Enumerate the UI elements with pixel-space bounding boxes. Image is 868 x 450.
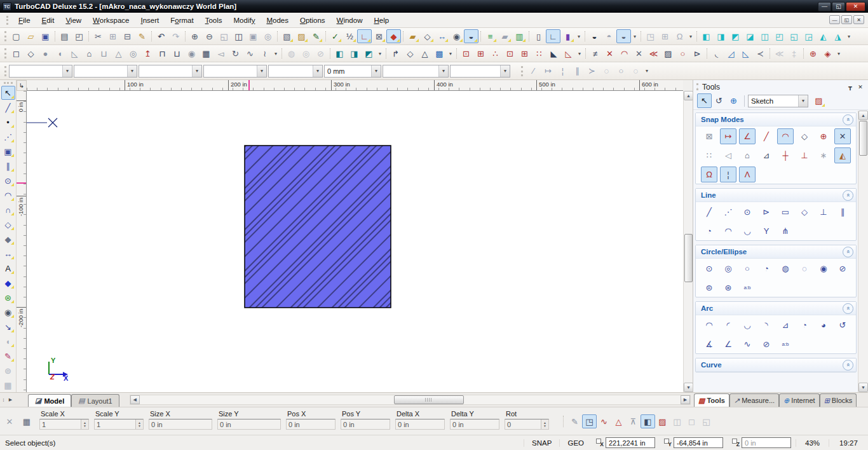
toolbar-button[interactable]: ⊞ [658,29,672,43]
toolbar-button[interactable]: ⊞ [473,46,488,60]
toolbar-button[interactable]: ▣ [246,29,261,43]
ruler-origin-button[interactable]: ↳ [17,80,27,91]
circle-tool-button[interactable]: ◍ [777,261,794,276]
property-combo[interactable]: ▾ [450,65,510,78]
palette-tool-button[interactable]: ⊕ [726,93,741,108]
inspector-input[interactable]: 0 in ▲▼ [217,419,281,430]
toolbar-button[interactable]: ∷ [532,46,546,60]
node-edit-button[interactable]: ◌ [599,64,614,78]
toolbar-button[interactable]: ▥ [512,29,527,43]
mdi-window-button[interactable]: — [829,15,840,24]
restore-button[interactable]: ◱ [832,2,845,11]
toolbar-button[interactable]: ⊔ [97,46,111,60]
menu-item[interactable]: File [13,15,36,26]
toolbar-button[interactable]: ◭ [816,29,831,43]
toolbar-button[interactable]: ✕ [632,46,646,60]
scroll-thumb[interactable] [859,121,867,156]
scroll-thumb[interactable] [394,395,464,404]
tab-scroll-icon[interactable]: ▶ [7,395,14,405]
scroll-left-icon[interactable]: ◀ [130,395,140,404]
toolbar-button[interactable]: ◰ [72,29,86,43]
node-edit-button[interactable]: ↦ [541,64,555,78]
menu-item[interactable]: Window [331,15,369,26]
toolbar-button[interactable] [801,46,806,60]
snap-mode-button[interactable]: ◁ [720,147,736,163]
line-tool-button[interactable]: ∥ [834,204,851,220]
node-edit-button[interactable]: ◌ [628,64,643,78]
combo-arrow-icon[interactable]: ▾ [313,65,322,77]
toolbar-button[interactable]: ◱ [787,29,801,43]
menu-item[interactable]: Modify [228,15,261,26]
toolbar-button[interactable]: ◧ [699,29,714,43]
property-combo[interactable]: ▾ [203,65,267,78]
toolbar-button[interactable]: ▯ [531,29,546,43]
toolbar-button[interactable]: ◧ [332,46,347,60]
toolbar-button[interactable]: ▮ [560,29,575,43]
toolbar-button[interactable]: ▢ [9,29,24,43]
toolbar-button[interactable]: ◟ [709,46,724,60]
toolbar-button[interactable]: ↥ [140,46,155,60]
line-tool-button[interactable]: ⊙ [739,204,756,220]
combo-arrow-icon[interactable]: ▾ [371,65,381,77]
toolbar-button[interactable]: ◫ [757,29,772,43]
toolbar-button[interactable] [86,29,91,43]
line-tool-button[interactable]: ▭ [777,204,794,220]
toolbar-button[interactable]: ⊡ [503,46,517,60]
drawing-tool-button[interactable]: ▣ [1,144,15,158]
spinner-control[interactable]: ▲▼ [135,419,143,429]
drawing-tool-button[interactable]: ↘ [1,320,15,334]
palette-tool-button[interactable]: ↺ [712,93,726,108]
collapse-chevron-icon[interactable]: « [843,360,853,371]
toolbar-button[interactable]: ◍ [284,46,299,60]
inspector-input[interactable]: 0 in ▲▼ [149,419,212,430]
toolbar-button[interactable]: ◒ [587,29,602,43]
inspector-tool-button[interactable]: ◱ [699,414,714,428]
node-edit-button[interactable]: ▾ [643,64,651,78]
scroll-right-icon[interactable]: ▶ [681,395,690,404]
toolbar-button[interactable] [53,29,57,43]
snap-mode-button[interactable]: ◭ [834,147,851,163]
snap-mode-button[interactable]: ↦ [720,128,736,144]
toolbar-button[interactable]: ⊡ [459,46,473,60]
arc-tool-button[interactable]: ◝ [758,317,775,333]
toolbar-button[interactable] [583,46,588,60]
pin-icon[interactable]: ┳ [845,83,855,92]
toolbar-button[interactable]: ◫ [231,29,246,43]
document-tab[interactable]: ◪Model [28,394,71,407]
palette-tab[interactable]: ⊞Blocks [820,393,857,407]
toolbar-button[interactable]: ≺ [753,46,768,60]
line-tool-button[interactable]: ◡ [739,223,756,239]
property-combo[interactable]: ▾ [139,65,202,78]
toolbar-button[interactable]: ↔ [435,29,449,43]
toolbar-button[interactable]: ✂ [91,29,105,43]
toolbar-button[interactable]: ○ [675,46,690,60]
snap-mode-button[interactable]: ⊥ [796,147,813,163]
app-icon[interactable]: TC [3,3,11,11]
node-edit-button[interactable]: ¦ [555,64,570,78]
node-edit-button[interactable]: ≻ [585,64,599,78]
arc-tool-button[interactable]: a:b [777,336,794,352]
toolbar-button[interactable]: ▰ [405,29,420,43]
toolbar-button[interactable] [454,46,459,60]
toolbar-button[interactable]: ⊞ [105,29,120,43]
combo-arrow-icon[interactable]: ▾ [127,65,137,77]
toolbar-button[interactable]: ✎ [309,29,323,43]
drawing-tool-button[interactable]: ✎ [1,349,15,363]
toolbar-button[interactable] [478,29,483,43]
inspector-tool-button[interactable]: ◧ [641,414,655,428]
palette-tab[interactable]: ⊕Internet [779,393,820,407]
toolbar-button[interactable]: ▩ [432,46,447,60]
toolbar-button[interactable]: ▧ [280,29,294,43]
toolbar-button[interactable]: ◠ [617,46,632,60]
toolbar-button[interactable]: ↱ [388,46,403,60]
inspector-input[interactable]: 0 ▲▼ [505,419,549,430]
inspector-grid-icon[interactable]: ▦ [20,414,33,428]
inspector-tool-button[interactable]: ⊼ [626,414,641,428]
toolbar-button[interactable]: ▦ [199,46,214,60]
mdi-window-button[interactable]: ✕ [853,15,864,24]
circle-tool-button[interactable]: ⊛ [720,280,736,296]
menu-item[interactable]: Tools [200,15,228,26]
menu-item[interactable]: Format [165,15,199,26]
snap-mode-button[interactable]: ⌂ [739,147,756,163]
circle-tool-button[interactable]: ○ [739,261,756,276]
